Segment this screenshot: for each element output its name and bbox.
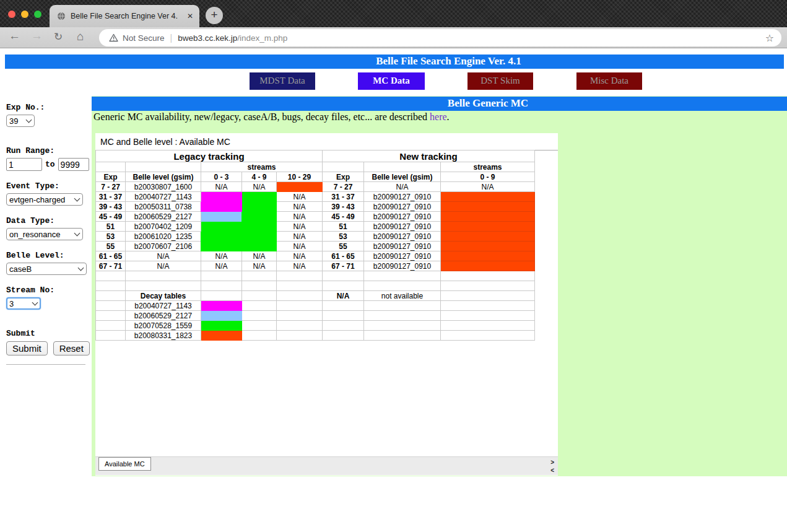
reset-button[interactable]: Reset xyxy=(53,341,90,355)
table-cell: b20090127_0910 xyxy=(364,192,441,202)
browser-toolbar: ← → ↻ ⌂ Not Secure | bweb3.cc.kek.jp /in… xyxy=(0,27,787,48)
table-cell: 0 - 3 xyxy=(201,172,242,182)
minimize-window-button[interactable] xyxy=(21,11,28,18)
table-cell xyxy=(201,281,242,291)
exp-no-select[interactable]: 39 xyxy=(6,115,35,127)
submit-section-label: Submit xyxy=(6,329,88,339)
availability-cell xyxy=(441,232,535,242)
availability-cell xyxy=(441,251,535,261)
here-link[interactable]: here xyxy=(430,111,447,122)
availability-cell xyxy=(441,212,535,222)
browser-tab[interactable]: Belle File Search Engine Ver 4. ✕ xyxy=(50,5,199,27)
table-cell: 39 - 43 xyxy=(96,202,126,212)
table-cell xyxy=(277,331,323,341)
table-cell xyxy=(277,271,323,281)
bookmark-star-icon[interactable]: ☆ xyxy=(765,32,774,44)
to-label: to xyxy=(45,160,55,169)
table-cell xyxy=(441,271,535,281)
table-cell: N/A xyxy=(126,251,201,261)
zoom-window-button[interactable] xyxy=(34,11,41,18)
scroll-right-arrow[interactable]: > xyxy=(550,460,554,466)
event-type-select[interactable]: evtgen-charged xyxy=(6,193,83,206)
home-icon[interactable]: ⌂ xyxy=(77,30,84,43)
table-cell xyxy=(126,271,201,281)
table-cell xyxy=(323,162,364,172)
nav-mc-data-button[interactable]: MC Data xyxy=(358,72,425,90)
table-cell: N/A xyxy=(242,251,277,261)
run-to-input[interactable] xyxy=(58,158,89,171)
table-cell: Legacy tracking xyxy=(96,150,323,162)
table-cell: b20080331_1823 xyxy=(126,331,201,341)
belle-level-select[interactable]: caseB xyxy=(6,263,87,275)
table-cell xyxy=(242,301,277,311)
table-cell xyxy=(364,271,441,281)
table-cell: b20090127_0910 xyxy=(364,212,441,222)
forward-icon: → xyxy=(31,29,43,43)
address-bar[interactable]: Not Secure | bweb3.cc.kek.jp /index_m.ph… xyxy=(99,29,781,46)
globe-favicon-icon xyxy=(57,12,66,20)
table-cell: 4 - 9 xyxy=(242,172,277,182)
table-cell: N/A xyxy=(242,182,277,192)
availability-cell xyxy=(201,311,242,321)
table-cell xyxy=(323,271,364,281)
availability-cell xyxy=(201,192,242,212)
table-cell xyxy=(441,321,535,331)
table-cell: streams xyxy=(201,162,323,172)
available-mc-tab[interactable]: Available MC xyxy=(98,457,151,471)
availability-cell xyxy=(201,321,242,331)
stream-no-select[interactable]: 3 xyxy=(6,297,41,310)
url-path: /index_m.php xyxy=(237,33,287,43)
table-cell: b20060529_2127 xyxy=(126,212,201,222)
table-cell: 53 xyxy=(96,232,126,242)
table-cell xyxy=(441,291,535,301)
table-cell: N/A xyxy=(364,182,441,192)
table-cell: b20090127_0910 xyxy=(364,251,441,261)
table-cell xyxy=(96,321,126,331)
table-cell xyxy=(441,311,535,321)
table-cell xyxy=(96,162,126,172)
close-window-button[interactable] xyxy=(8,11,15,18)
table-cell xyxy=(323,281,364,291)
table-cell: b20050311_0738 xyxy=(126,202,201,212)
scroll-left-arrow[interactable]: < xyxy=(550,468,554,474)
table-cell: 31 - 37 xyxy=(96,192,126,202)
table-cell: b20070402_1209 xyxy=(126,222,201,232)
table-cell xyxy=(201,271,242,281)
table-cell xyxy=(242,311,277,321)
table-cell xyxy=(242,331,277,341)
new-tab-button[interactable]: + xyxy=(206,7,223,24)
tab-close-icon[interactable]: ✕ xyxy=(187,12,193,20)
event-type-value: evtgen-charged xyxy=(9,195,65,204)
data-type-select[interactable]: on_resonance xyxy=(6,228,83,240)
table-cell xyxy=(277,321,323,331)
data-type-value: on_resonance xyxy=(9,230,60,239)
tab-title: Belle File Search Engine Ver 4. xyxy=(71,12,183,20)
nav-dst-skim-button[interactable]: DST Skim xyxy=(467,72,533,90)
url-domain: bweb3.cc.kek.jp xyxy=(178,33,237,43)
nav-misc-data-button[interactable]: Misc Data xyxy=(576,72,642,90)
exp-no-label: Exp No.: xyxy=(6,103,88,113)
table-cell xyxy=(242,271,277,281)
table-cell: b20090127_0910 xyxy=(364,232,441,242)
table-cell: b20090127_0910 xyxy=(364,202,441,212)
availability-cell xyxy=(441,192,535,202)
table-cell: N/A xyxy=(201,261,242,271)
stream-no-value: 3 xyxy=(9,299,14,308)
table-cell xyxy=(364,311,441,321)
table-cell xyxy=(277,301,323,311)
reload-icon[interactable]: ↻ xyxy=(54,30,63,43)
nav-mdst-data-button[interactable]: MDST Data xyxy=(250,72,315,90)
table-cell: N/A xyxy=(201,251,242,261)
description-prefix: Generic MC availability, new/legacy, cas… xyxy=(93,111,430,122)
address-divider: | xyxy=(170,33,173,43)
table-cell: 7 - 27 xyxy=(96,182,126,192)
table-cell: b20030807_1600 xyxy=(126,182,201,192)
run-from-input[interactable] xyxy=(6,158,42,171)
exp-no-value: 39 xyxy=(9,116,18,126)
back-icon[interactable]: ← xyxy=(9,29,20,43)
table-cell: 51 xyxy=(323,222,364,232)
table-cell xyxy=(201,291,242,301)
submit-button[interactable]: Submit xyxy=(6,341,48,355)
availability-cell xyxy=(201,301,242,311)
mc-table: Legacy trackingNew trackingstreamsstream… xyxy=(95,150,535,341)
